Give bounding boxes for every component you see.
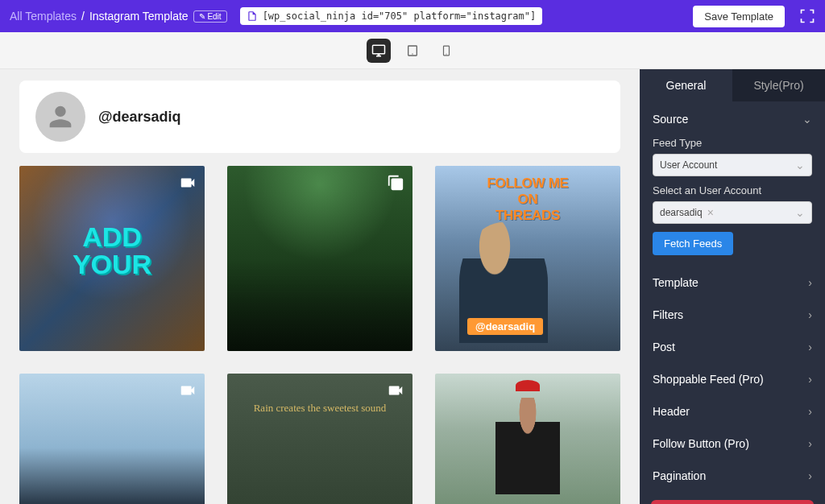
profile-header: @dearsadiq — [19, 81, 620, 153]
tab-style[interactable]: Style(Pro) — [732, 69, 825, 101]
document-icon — [247, 10, 258, 22]
device-mobile-button[interactable] — [434, 39, 458, 63]
video-icon — [387, 382, 404, 399]
mobile-icon — [441, 45, 452, 56]
section-template[interactable]: Template› — [640, 266, 825, 299]
tab-general[interactable]: General — [640, 69, 732, 101]
username-text: @dearsadiq — [98, 109, 181, 126]
feed-type-label: Feed Type — [653, 137, 812, 149]
section-post[interactable]: Post› — [640, 331, 825, 363]
chevron-right-icon: › — [808, 469, 812, 482]
tablet-icon — [406, 44, 419, 57]
chevron-down-icon: ⌄ — [795, 159, 805, 171]
person-icon — [44, 101, 77, 133]
feed-tile[interactable] — [227, 166, 412, 351]
device-toolbar — [0, 32, 825, 69]
section-header[interactable]: Header› — [640, 395, 825, 428]
account-label: Select an User Account — [653, 184, 812, 196]
save-button[interactable]: Save Template — [693, 6, 785, 27]
feed-tile[interactable]: Rain creates the sweetest sound — [227, 374, 412, 504]
section-source-body: Feed Type User Account ⌄ Select an User … — [640, 137, 825, 266]
chevron-down-icon: ⌄ — [802, 113, 812, 126]
chevron-right-icon: › — [808, 341, 812, 353]
video-icon — [179, 174, 197, 192]
fullscreen-icon[interactable] — [799, 8, 815, 24]
chevron-down-icon: ⌄ — [795, 206, 805, 219]
feed-grid: ADDYOUR FOLLOW ME ONTHREADS @dearsadiq R… — [19, 166, 620, 504]
chevron-right-icon: › — [808, 308, 812, 321]
feed-tile[interactable] — [435, 374, 620, 504]
carousel-icon — [387, 174, 404, 192]
breadcrumb-all-templates[interactable]: All Templates — [10, 10, 77, 23]
desktop-icon — [371, 43, 386, 58]
section-follow-button[interactable]: Follow Button (Pro)› — [640, 428, 825, 460]
feed-type-select[interactable]: User Account ⌄ — [653, 154, 812, 176]
shortcode-display[interactable]: [wp_social_ninja id="705" platform="inst… — [240, 7, 543, 25]
section-filters[interactable]: Filters› — [640, 299, 825, 331]
tile-overlay-text: ADDYOUR — [73, 223, 151, 278]
settings-sidebar: General Style(Pro) Source ⌄ Feed Type Us… — [640, 69, 825, 504]
section-source[interactable]: Source ⌄ — [640, 101, 825, 137]
fetch-feeds-button[interactable]: Fetch Feeds — [653, 232, 733, 255]
upgrade-button[interactable]: Upgrade To Pro — [651, 500, 814, 504]
preview-panel: @dearsadiq ADDYOUR FOLLOW ME ONTHREADS @… — [0, 69, 640, 504]
edit-button[interactable]: ✎ Edit — [193, 10, 227, 23]
account-select[interactable]: dearsadiq× ⌄ — [653, 201, 812, 224]
chevron-right-icon: › — [808, 373, 812, 386]
breadcrumb-current: Instagram Template — [89, 10, 189, 23]
tile-overlay-text: FOLLOW ME ONTHREADS — [482, 176, 574, 224]
tile-overlay-text: Rain creates the sweetest sound — [254, 402, 387, 415]
feed-tile[interactable]: FOLLOW ME ONTHREADS @dearsadiq — [435, 166, 620, 351]
section-title: Source — [653, 113, 688, 126]
chevron-right-icon: › — [808, 276, 812, 289]
device-desktop-button[interactable] — [367, 39, 391, 63]
chevron-right-icon: › — [808, 405, 812, 418]
feed-tile[interactable] — [19, 374, 205, 504]
topbar: All Templates / Instagram Template ✎ Edi… — [0, 0, 825, 32]
close-icon[interactable]: × — [707, 206, 714, 219]
breadcrumb: All Templates / Instagram Template ✎ Edi… — [10, 10, 227, 23]
sidebar-tabs: General Style(Pro) — [640, 69, 825, 101]
device-tablet-button[interactable] — [400, 39, 425, 63]
avatar — [35, 92, 85, 142]
chevron-right-icon: › — [808, 437, 812, 450]
tile-tag: @dearsadiq — [467, 318, 543, 335]
video-icon — [179, 382, 197, 399]
section-shoppable[interactable]: Shoppable Feed (Pro)› — [640, 363, 825, 395]
shortcode-text: [wp_social_ninja id="705" platform="inst… — [263, 10, 537, 22]
section-pagination[interactable]: Pagination› — [640, 460, 825, 492]
feed-tile[interactable]: ADDYOUR — [19, 166, 205, 351]
